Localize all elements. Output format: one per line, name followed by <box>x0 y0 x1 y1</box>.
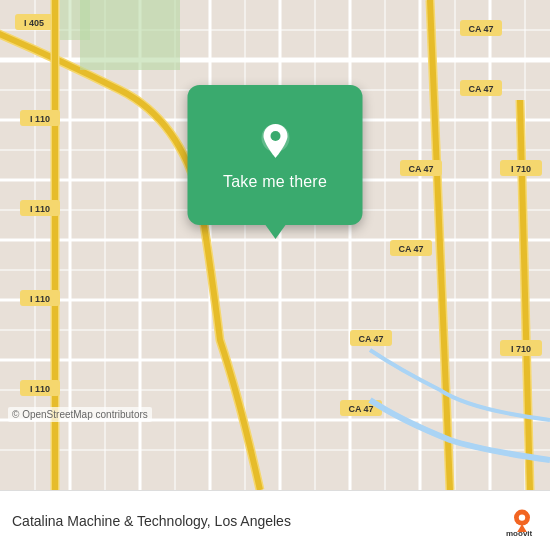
svg-text:CA 47: CA 47 <box>398 244 423 254</box>
svg-text:CA 47: CA 47 <box>358 334 383 344</box>
map-copyright: © OpenStreetMap contributors <box>8 407 152 422</box>
map-container: I 405 I 110 I 110 I 110 I 110 CA 47 CA 4… <box>0 0 550 490</box>
svg-text:moovit: moovit <box>506 529 533 538</box>
popup-card[interactable]: Take me there <box>188 85 363 225</box>
svg-text:I 710: I 710 <box>511 164 531 174</box>
svg-text:CA 47: CA 47 <box>348 404 373 414</box>
svg-rect-63 <box>80 0 180 70</box>
svg-rect-64 <box>60 0 90 40</box>
location-pin-icon <box>253 119 297 163</box>
moovit-brand-icon: moovit <box>506 508 538 540</box>
svg-text:I 710: I 710 <box>511 344 531 354</box>
svg-text:I 110: I 110 <box>30 294 50 304</box>
svg-text:CA 47: CA 47 <box>408 164 433 174</box>
svg-text:CA 47: CA 47 <box>468 24 493 34</box>
place-name: Catalina Machine & Technology, Los Angel… <box>12 513 291 529</box>
svg-text:CA 47: CA 47 <box>468 84 493 94</box>
moovit-logo: moovit <box>506 508 538 540</box>
svg-text:I 110: I 110 <box>30 384 50 394</box>
svg-text:I 110: I 110 <box>30 114 50 124</box>
svg-point-68 <box>519 514 525 520</box>
svg-text:I 405: I 405 <box>24 18 44 28</box>
svg-point-66 <box>270 131 280 141</box>
bottom-bar: Catalina Machine & Technology, Los Angel… <box>0 490 550 550</box>
svg-text:I 110: I 110 <box>30 204 50 214</box>
take-me-there-button[interactable]: Take me there <box>223 173 327 191</box>
